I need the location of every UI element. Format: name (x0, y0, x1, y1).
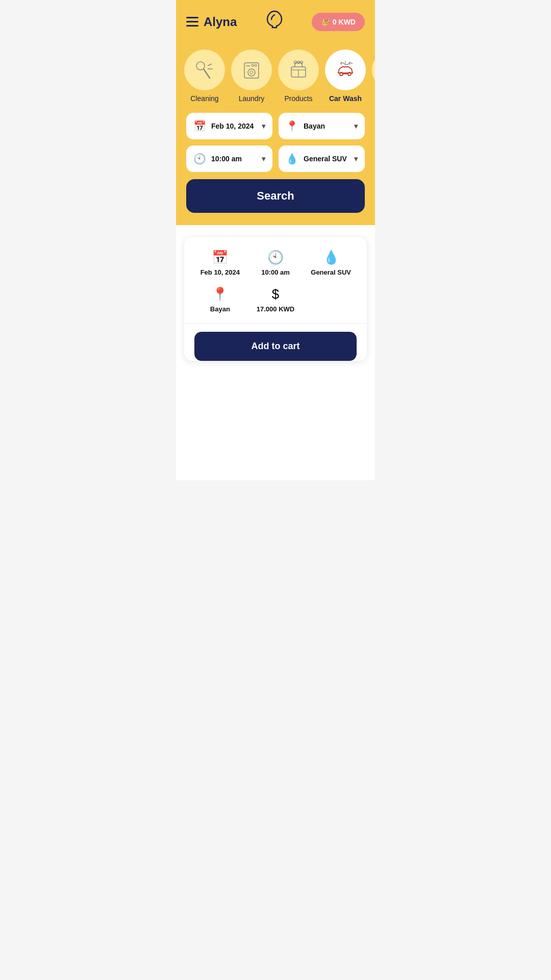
results-section: 📅 Feb 10, 2024 🕙 10:00 am 💧 General SUV … (176, 225, 375, 480)
category-bar: Cleaning Laundry (176, 41, 375, 113)
add-to-cart-button[interactable]: Add to cart (194, 332, 357, 361)
date-filter[interactable]: 📅 Feb 10, 2024 ▾ (186, 113, 272, 139)
search-button[interactable]: Search (186, 179, 365, 213)
laundry-icon-wrap (231, 50, 272, 90)
location-value: Bayan (304, 121, 349, 131)
result-card: 📅 Feb 10, 2024 🕙 10:00 am 💧 General SUV … (184, 237, 367, 361)
header-left: Alyna (186, 15, 237, 29)
result-time-cell: 🕙 10:00 am (250, 250, 302, 276)
filter-grid: 📅 Feb 10, 2024 ▾ 📍 Bayan ▾ 🕙 10:00 am ▾ … (186, 113, 365, 172)
cart-button[interactable]: 🧺 0 KWD (312, 13, 365, 31)
result-location-icon: 📍 (212, 286, 228, 302)
category-item-carwash[interactable]: Car Wash (325, 50, 366, 103)
svg-point-17 (348, 72, 351, 76)
cleaning-icon-wrap (184, 50, 225, 90)
date-value: Feb 10, 2024 (211, 121, 257, 131)
cleaning-label: Cleaning (190, 94, 218, 103)
result-time: 10:00 am (261, 268, 290, 276)
date-chevron-icon: ▾ (262, 122, 265, 130)
time-chevron-icon: ▾ (262, 155, 265, 163)
result-location-cell: 📍 Bayan (194, 286, 246, 313)
time-value: 10:00 am (211, 154, 257, 163)
vehicle-chevron-icon: ▾ (354, 155, 358, 163)
vehicle-filter[interactable]: 💧 General SUV ▾ (279, 145, 365, 172)
products-label: Products (284, 94, 312, 103)
svg-point-16 (340, 72, 343, 76)
carwash-label: Car Wash (329, 94, 362, 103)
result-grid: 📅 Feb 10, 2024 🕙 10:00 am 💧 General SUV … (194, 250, 357, 313)
result-location: Bayan (210, 305, 230, 313)
result-price: 17.000 KWD (257, 305, 294, 313)
location-icon: 📍 (286, 120, 298, 132)
vehicle-value: General SUV (304, 154, 349, 163)
result-vehicle: General SUV (311, 268, 351, 276)
result-price-cell: $ 17.000 KWD (250, 286, 302, 313)
location-filter[interactable]: 📍 Bayan ▾ (279, 113, 365, 139)
category-item-cleaning[interactable]: Cleaning (184, 50, 225, 103)
result-calendar-icon: 📅 (212, 250, 228, 265)
products-icon-wrap (278, 50, 319, 90)
cart-icon: 🧺 (321, 18, 330, 26)
calendar-icon: 📅 (193, 120, 206, 132)
svg-line-1 (204, 69, 210, 78)
filter-section: 📅 Feb 10, 2024 ▾ 📍 Bayan ▾ 🕙 10:00 am ▾ … (176, 113, 375, 225)
svg-point-5 (248, 69, 255, 76)
menu-button[interactable] (186, 17, 198, 27)
svg-point-9 (255, 64, 257, 66)
header: Alyna 🧺 0 KWD (176, 0, 375, 41)
result-date-cell: 📅 Feb 10, 2024 (194, 250, 246, 276)
subscriptions-icon-wrap (372, 50, 375, 90)
category-item-laundry[interactable]: Laundry (231, 50, 272, 103)
result-vehicle-icon: 💧 (323, 250, 339, 265)
vehicle-icon: 💧 (286, 153, 298, 165)
result-vehicle-cell: 💧 General SUV (305, 250, 357, 276)
svg-point-8 (252, 64, 254, 66)
location-chevron-icon: ▾ (354, 122, 358, 130)
result-date: Feb 10, 2024 (201, 268, 240, 276)
time-filter[interactable]: 🕙 10:00 am ▾ (186, 145, 272, 172)
app-logo (263, 8, 286, 35)
result-price-icon: $ (272, 286, 279, 302)
laundry-label: Laundry (239, 94, 265, 103)
carwash-icon-wrap (325, 50, 366, 90)
clock-icon: 🕙 (193, 153, 206, 165)
result-clock-icon: 🕙 (267, 250, 284, 265)
category-item-products[interactable]: Products (278, 50, 319, 103)
svg-point-6 (250, 71, 253, 74)
svg-line-2 (208, 64, 212, 66)
cart-label: 0 KWD (333, 18, 356, 26)
app-title: Alyna (204, 15, 237, 29)
card-divider (184, 323, 367, 324)
category-item-subscriptions[interactable]: Subsc… (372, 50, 375, 103)
